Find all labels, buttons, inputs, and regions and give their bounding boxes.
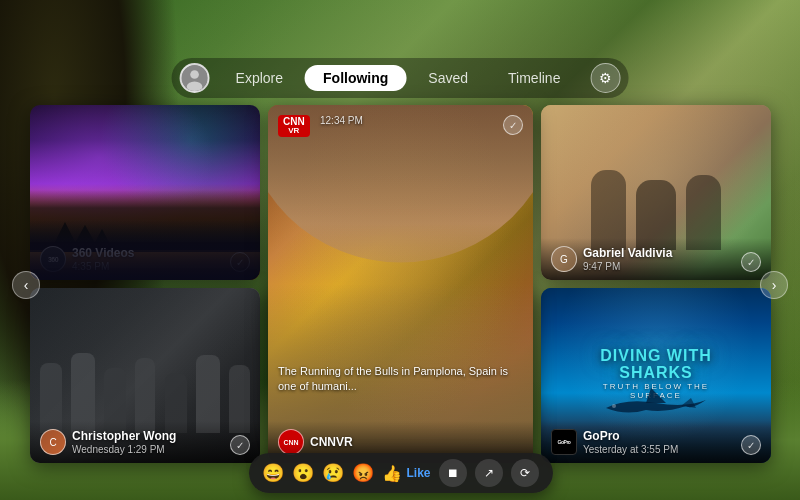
reaction-angry[interactable]: 😡 — [352, 462, 374, 484]
arena-overlay — [268, 105, 533, 463]
card-info: 360 360 Videos 4:35 PM — [40, 246, 134, 272]
cnn-vr-badge: CNN VR — [278, 115, 310, 137]
svg-point-1 — [190, 70, 199, 79]
cnnvr-text-group: CNNVR — [310, 435, 353, 449]
card-2-content: The Running of the Bulls in Pamplona, Sp… — [278, 364, 523, 393]
tab-explore[interactable]: Explore — [218, 65, 301, 91]
gabriel-avatar: G — [551, 246, 577, 272]
reaction-stop[interactable]: ⏹ — [439, 459, 467, 487]
reaction-more[interactable]: ⟳ — [511, 459, 539, 487]
christopher-avatar: C — [40, 429, 66, 455]
christopher-text-group: Christopher Wong Wednesday 1:29 PM — [72, 429, 176, 454]
cnnvr-avatar: CNN — [278, 429, 304, 455]
tab-timeline[interactable]: Timeline — [490, 65, 578, 91]
cnnvr-time: 12:34 PM — [320, 115, 363, 126]
chevron-left-icon: ‹ — [24, 277, 29, 293]
svg-point-7 — [612, 404, 616, 408]
card-time: 4:35 PM — [72, 261, 134, 272]
user-avatar[interactable] — [180, 63, 210, 93]
cards-grid: 360 360 Videos 4:35 PM ✓ CNN VR 12:34 PM… — [30, 105, 770, 465]
chevron-right-icon: › — [772, 277, 777, 293]
christopher-title: Christopher Wong — [72, 429, 176, 443]
reaction-wow[interactable]: 😮 — [292, 462, 314, 484]
christopher-bottom: C Christopher Wong Wednesday 1:29 PM ✓ — [30, 421, 260, 463]
people-silhouettes — [541, 150, 771, 250]
gopro-time: Yesterday at 3:55 PM — [583, 444, 678, 455]
reaction-haha[interactable]: 😄 — [262, 462, 284, 484]
tab-following[interactable]: Following — [305, 65, 406, 91]
gopro-title: GoPro — [583, 429, 678, 443]
svg-point-2 — [187, 81, 203, 91]
like-button[interactable]: 👍 Like — [382, 464, 430, 483]
card-cnnvr[interactable]: CNN VR 12:34 PM ✓ The Running of the Bul… — [268, 105, 533, 463]
gabriel-check[interactable]: ✓ — [741, 252, 761, 272]
gabriel-overlay: G Gabriel Valdivia 9:47 PM ✓ — [541, 238, 771, 280]
cnnvr-check[interactable]: ✓ — [503, 115, 523, 135]
card-gabriel[interactable]: G Gabriel Valdivia 9:47 PM ✓ — [541, 105, 771, 280]
gabriel-text-group: Gabriel Valdivia 9:47 PM — [583, 246, 672, 271]
navigation-bar: Explore Following Saved Timeline ⚙ — [172, 58, 629, 98]
vr-text: VR — [288, 127, 299, 135]
gopro-badge: GoPro — [551, 429, 577, 455]
card-avatar: 360 — [40, 246, 66, 272]
card-360-videos[interactable]: 360 360 Videos 4:35 PM ✓ — [30, 105, 260, 280]
svg-marker-3 — [50, 222, 80, 252]
cnnvr-title: CNNVR — [310, 435, 353, 449]
christopher-info: C Christopher Wong Wednesday 1:29 PM — [40, 429, 176, 455]
card-cnnvr-inner: CNN VR 12:34 PM ✓ The Running of the Bul… — [268, 105, 533, 463]
like-label: Like — [406, 466, 430, 480]
shark-icon — [596, 378, 716, 428]
card-description: The Running of the Bulls in Pamplona, Sp… — [278, 364, 523, 393]
card-overlay: 360 360 Videos 4:35 PM ✓ — [30, 238, 260, 280]
card-gopro[interactable]: DIVING WITH SHARKS TRUTH BELOW THE SURFA… — [541, 288, 771, 463]
tree-silhouette — [30, 190, 260, 250]
cnnvr-info: CNN CNNVR — [278, 429, 353, 455]
svg-marker-5 — [90, 229, 114, 252]
svg-marker-4 — [70, 225, 100, 252]
like-icon: 👍 — [382, 464, 402, 483]
reaction-bar: 😄 😮 😢 😡 👍 Like ⏹ ↗ ⟳ — [248, 453, 552, 493]
svg-rect-6 — [30, 242, 260, 252]
reaction-share[interactable]: ↗ — [475, 459, 503, 487]
tree-silhouette-detail — [30, 217, 260, 252]
gopro-info: GoPro GoPro Yesterday at 3:55 PM — [551, 429, 678, 455]
gabriel-time: 9:47 PM — [583, 261, 672, 272]
nav-arrow-right[interactable]: › — [760, 271, 788, 299]
gopro-text-group: GoPro Yesterday at 3:55 PM — [583, 429, 678, 454]
gabriel-info: G Gabriel Valdivia 9:47 PM — [551, 246, 672, 272]
gabriel-title: Gabriel Valdivia — [583, 246, 672, 260]
christopher-check[interactable]: ✓ — [230, 435, 250, 455]
gopro-check[interactable]: ✓ — [741, 435, 761, 455]
card-title: 360 Videos — [72, 246, 134, 260]
christopher-time: Wednesday 1:29 PM — [72, 444, 176, 455]
tab-saved[interactable]: Saved — [410, 65, 486, 91]
reaction-sad[interactable]: 😢 — [322, 462, 344, 484]
sharks-title: DIVING WITH SHARKS — [599, 346, 714, 381]
card-text-group: 360 Videos 4:35 PM — [72, 246, 134, 271]
card-check[interactable]: ✓ — [230, 252, 250, 272]
nav-arrow-left[interactable]: ‹ — [12, 271, 40, 299]
settings-button[interactable]: ⚙ — [590, 63, 620, 93]
card-christopher[interactable]: C Christopher Wong Wednesday 1:29 PM ✓ — [30, 288, 260, 463]
